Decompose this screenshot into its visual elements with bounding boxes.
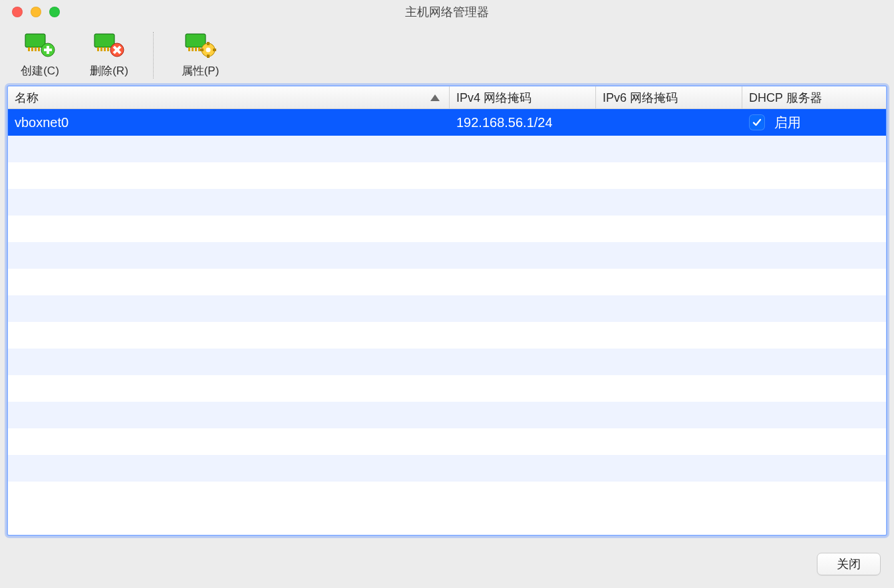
cell-dhcp: 启用 xyxy=(742,114,886,132)
properties-button[interactable]: 属性(P) xyxy=(166,27,235,78)
svg-rect-11 xyxy=(104,47,106,51)
svg-rect-22 xyxy=(207,42,210,45)
svg-rect-1 xyxy=(28,47,30,51)
dhcp-enabled-checkbox[interactable] xyxy=(749,114,765,130)
network-create-icon xyxy=(24,30,56,59)
table-row-empty xyxy=(8,402,886,428)
table-row[interactable]: vboxnet0192.168.56.1/24启用 xyxy=(8,109,886,136)
column-header-ipv6[interactable]: IPv6 网络掩码 xyxy=(596,86,742,108)
table-row-empty xyxy=(8,322,886,349)
titlebar[interactable]: 主机网络管理器 xyxy=(0,0,894,24)
svg-rect-7 xyxy=(44,49,52,51)
svg-point-26 xyxy=(206,48,211,53)
svg-rect-18 xyxy=(192,47,194,51)
table-row-empty xyxy=(8,269,886,295)
table-row-empty xyxy=(8,136,886,162)
close-button[interactable]: 关闭 xyxy=(817,553,881,575)
column-header-ipv4-label: IPv4 网络掩码 xyxy=(456,90,531,106)
close-window-icon[interactable] xyxy=(12,7,23,17)
svg-rect-25 xyxy=(213,49,216,51)
table-row-empty xyxy=(8,482,886,508)
svg-rect-19 xyxy=(195,47,197,51)
create-button-label: 创建(C) xyxy=(21,63,59,78)
table-row-empty xyxy=(8,242,886,269)
footer: 关闭 xyxy=(0,540,894,588)
svg-rect-9 xyxy=(97,47,99,51)
table-row-empty xyxy=(8,216,886,242)
table-row-empty xyxy=(8,375,886,402)
sort-ascending-icon xyxy=(430,94,440,101)
window-title: 主机网络管理器 xyxy=(0,4,894,20)
column-header-name[interactable]: 名称 xyxy=(8,86,450,108)
svg-rect-12 xyxy=(107,47,109,51)
remove-button-label: 删除(R) xyxy=(90,63,128,78)
svg-rect-23 xyxy=(207,55,210,58)
toolbar-separator xyxy=(153,32,154,78)
svg-rect-17 xyxy=(188,47,190,51)
table-row-empty xyxy=(8,189,886,216)
zoom-window-icon[interactable] xyxy=(49,7,60,17)
create-button[interactable]: 创建(C) xyxy=(5,27,74,78)
table-row-empty xyxy=(8,455,886,482)
networks-table[interactable]: 名称 IPv4 网络掩码 IPv6 网络掩码 DHCP 服务器 vboxnet0… xyxy=(7,85,887,536)
properties-button-label: 属性(P) xyxy=(182,63,220,78)
column-header-dhcp[interactable]: DHCP 服务器 xyxy=(742,86,886,108)
table-row-empty xyxy=(8,162,886,189)
window-controls xyxy=(0,7,60,17)
cell-name: vboxnet0 xyxy=(8,115,450,130)
svg-rect-16 xyxy=(186,34,206,47)
content-area: 名称 IPv4 网络掩码 IPv6 网络掩码 DHCP 服务器 vboxnet0… xyxy=(0,85,894,540)
column-header-ipv6-label: IPv6 网络掩码 xyxy=(603,90,678,106)
svg-rect-3 xyxy=(35,47,37,51)
network-properties-icon xyxy=(184,30,216,59)
table-row-empty xyxy=(8,349,886,375)
dhcp-enabled-label: 启用 xyxy=(774,114,801,132)
cell-ipv4: 192.168.56.1/24 xyxy=(450,115,596,130)
table-row-empty xyxy=(8,295,886,322)
table-row-empty xyxy=(8,428,886,455)
svg-rect-0 xyxy=(25,34,45,47)
column-header-ipv4[interactable]: IPv4 网络掩码 xyxy=(450,86,596,108)
svg-rect-4 xyxy=(38,47,40,51)
column-header-dhcp-label: DHCP 服务器 xyxy=(749,90,822,106)
remove-button[interactable]: 删除(R) xyxy=(74,27,144,78)
minimize-window-icon[interactable] xyxy=(31,7,41,17)
svg-rect-8 xyxy=(94,34,114,47)
column-header-name-label: 名称 xyxy=(15,90,39,106)
svg-rect-20 xyxy=(198,47,200,51)
table-body: vboxnet0192.168.56.1/24启用 xyxy=(8,109,886,535)
host-network-manager-window: 主机网络管理器 创建(C) xyxy=(0,0,894,588)
svg-rect-10 xyxy=(100,47,102,51)
svg-rect-2 xyxy=(31,47,33,51)
network-remove-icon xyxy=(93,30,125,59)
toolbar: 创建(C) 删除(R) xyxy=(0,24,894,85)
table-header-row: 名称 IPv4 网络掩码 IPv6 网络掩码 DHCP 服务器 xyxy=(8,86,886,109)
svg-rect-24 xyxy=(200,49,204,51)
